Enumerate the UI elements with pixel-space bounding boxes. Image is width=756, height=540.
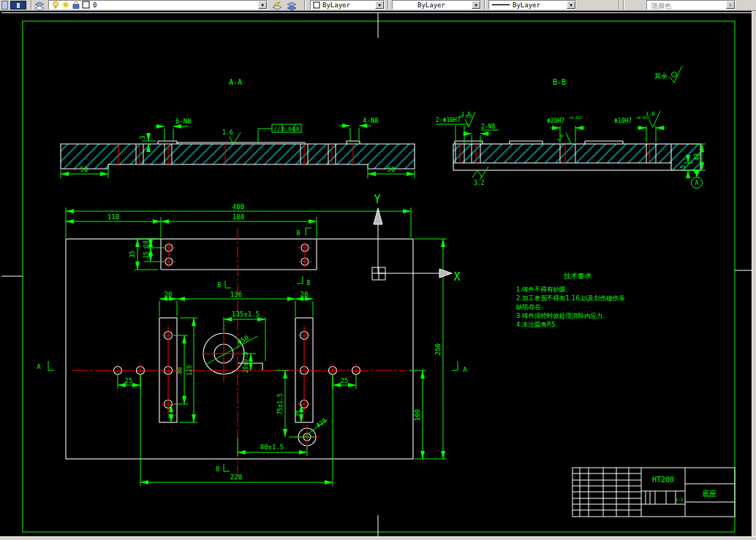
roughness-bb-left: 1.6 — [461, 111, 471, 117]
fcf-value: 0.04 — [281, 126, 295, 132]
section-bb-title: B-B — [553, 78, 566, 86]
toolbar: 0 ▼ ByLayer ▼ ByLayer ▼ — [0, 0, 756, 11]
dim-10-right-slot: 10 — [294, 411, 300, 417]
layer-dropdown-arrow-icon[interactable]: ▼ — [258, 1, 267, 9]
section-aa-title: A-A — [229, 78, 242, 86]
ucs-x-label: X — [453, 270, 460, 284]
dim-6n8: 6-N8 — [175, 118, 192, 125]
material-label: HT200 — [652, 476, 674, 484]
title-block-text: HT200 底座 1:1 — [652, 476, 717, 502]
centerlines — [72, 142, 649, 476]
layer-previous-button[interactable] — [287, 0, 299, 9]
dimension-labels: A-A 6-N8 3 1.6 // 0.04 A 4-N8 50 50 B-B … — [37, 72, 700, 481]
toolbar-separator — [484, 0, 485, 9]
fcf-datum: A — [296, 126, 300, 132]
dim-15: 15 — [143, 251, 150, 259]
ucs-y-arrow-icon — [374, 208, 382, 224]
note-line: 2.加工表面不得有1.16,以及划伤碰伤等 — [516, 294, 625, 302]
technical-notes: 技术要求 1.铸件不得有砂眼. 2.加工表面不得有1.16,以及划伤碰伤等 缺陷… — [515, 272, 625, 328]
current-layer-name: 0 — [93, 1, 97, 9]
layer-control-dropdown[interactable]: 0 ▼ — [48, 0, 268, 9]
dim-bb-left: 2-Φ10H7 — [436, 117, 461, 123]
ucs-icon: Y X — [372, 193, 461, 284]
dim-80-15: 80±1.5 — [260, 444, 284, 451]
layers-dialog-button[interactable] — [34, 0, 47, 9]
dim-4n8: 4-N8 — [363, 117, 379, 124]
dim-25-left: 25 — [125, 377, 133, 384]
dim-5: 5 — [680, 164, 687, 168]
lineweight-value: ByLayer — [513, 1, 540, 9]
color-control-dropdown[interactable]: ByLayer ▼ — [310, 0, 385, 9]
dim-250: 250 — [434, 343, 442, 355]
notes-title: 技术要求 — [564, 272, 592, 280]
part-name-label: 底座 — [702, 490, 717, 498]
note-line: 缺陷存在. — [515, 303, 543, 311]
toolbar-separator — [619, 0, 620, 9]
dim-25-right: 25 — [341, 377, 349, 384]
dim-20-right: 20 — [300, 291, 309, 298]
drawing-canvas[interactable]: Y X A-A 6-N8 3 1.6 // 0.04 A 4-N8 50 50 … — [0, 0, 756, 537]
layers-icon — [34, 1, 45, 11]
dim-80: 80 — [177, 367, 184, 374]
ucs-y-label: Y — [374, 193, 380, 206]
dim-100: 100 — [414, 409, 421, 421]
dim-110: 110 — [107, 213, 119, 221]
plot-style-control-dropdown[interactable]: 随颜色 ▼ — [646, 0, 736, 9]
section-marker-b-midleft: B — [218, 282, 222, 289]
sheet-centering-marks — [1, 12, 752, 536]
linetype-control-dropdown[interactable]: ByLayer ▼ — [392, 0, 481, 9]
window-bottom-edge[interactable] — [0, 536, 756, 540]
color-value: ByLayer — [322, 1, 350, 9]
lightbulb-icon[interactable] — [51, 1, 60, 9]
dim-10-top: 10 — [143, 240, 150, 248]
toolbar-separator — [31, 0, 32, 9]
section-marker-b-midright: B — [307, 280, 311, 286]
window-right-edge[interactable] — [752, 10, 756, 540]
scale-label: 1:1 — [676, 497, 684, 502]
linetype-value: ByLayer — [417, 1, 445, 9]
dim-bb-mid-tol: +0.021 — [569, 115, 582, 120]
roughness-aa: 1.6 — [222, 129, 233, 136]
dim-400: 400 — [233, 203, 244, 210]
datum-a-label: A — [695, 180, 699, 186]
dim-35: 35 — [129, 251, 136, 258]
dim-20-left: 20 — [165, 291, 173, 298]
toolbar-separator — [623, 0, 624, 9]
plot-style-dropdown-arrow-icon[interactable]: ▼ — [726, 1, 735, 9]
canvas-top-highlight — [1, 12, 752, 13]
dim-50-right: 50 — [388, 166, 396, 173]
rest-roughness-label: 其余 — [654, 72, 668, 80]
dim-bb-right: Φ10H7 — [614, 118, 632, 124]
cad-application-window: 0 ▼ ByLayer ▼ ByLayer ▼ — [0, 0, 756, 540]
lineweight-dropdown-arrow-icon[interactable]: ▼ — [567, 1, 575, 9]
roughness-bb-bottom: 3.2 — [474, 180, 485, 186]
dim-136: 136 — [230, 291, 242, 298]
layer-color-swatch-icon[interactable] — [82, 1, 91, 9]
linetype-dropdown-arrow-icon[interactable]: ▼ — [472, 1, 480, 9]
dim-75: 75±1.5 — [277, 393, 284, 414]
dim-3: 3 — [140, 135, 146, 139]
make-object-layer-current-button[interactable] — [272, 0, 284, 9]
dim-20-05: 20±0.5 — [243, 351, 249, 373]
note-line: 4.未注圆角R5. — [516, 321, 557, 328]
sun-freeze-icon[interactable] — [61, 1, 70, 9]
note-line: 1.铸件不得有砂眼. — [516, 286, 567, 293]
toolbar-separator — [304, 0, 306, 9]
hole-circles — [114, 244, 360, 408]
color-dropdown-arrow-icon[interactable]: ▼ — [375, 1, 384, 9]
section-marker-a-left: A — [37, 363, 41, 370]
fcf-symbol: // — [273, 126, 280, 132]
toolbar-separator — [388, 0, 389, 9]
dim-43: 43 — [694, 153, 700, 161]
lineweight-control-dropdown[interactable]: ByLayer ▼ — [488, 0, 576, 9]
lock-icon[interactable] — [72, 1, 80, 9]
dim-bb-n8: 2-N8 — [481, 123, 495, 130]
dim-135: 135±1.5 — [232, 311, 260, 318]
section-marker-b-top: B — [297, 230, 300, 237]
plot-style-value: 随颜色 — [651, 1, 671, 11]
dim-50-left: 50 — [80, 166, 88, 173]
viewport-icon[interactable] — [10, 1, 26, 9]
dim-120: 120 — [186, 365, 193, 376]
toolbar-partial-icon[interactable] — [1, 1, 8, 9]
lineweight-sample-icon — [491, 1, 510, 9]
